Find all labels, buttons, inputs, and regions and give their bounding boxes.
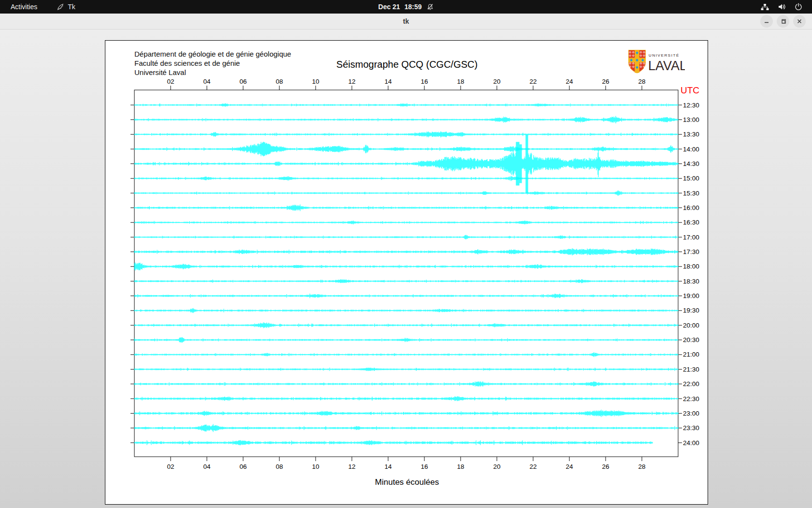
svg-text:14: 14: [384, 78, 392, 85]
svg-text:12:30: 12:30: [683, 102, 699, 109]
plot-border: [134, 90, 678, 457]
trace-row-15:00: [134, 176, 678, 181]
svg-text:04: 04: [203, 463, 211, 470]
svg-text:20: 20: [493, 463, 500, 470]
svg-text:20:00: 20:00: [683, 322, 699, 329]
svg-text:10: 10: [312, 78, 319, 85]
x-axis-bottom: 0204060810121416182022242628: [167, 457, 645, 470]
trace-row-15:30: [134, 191, 678, 196]
svg-text:10: 10: [312, 463, 319, 470]
focused-app-name: Tk: [68, 3, 75, 11]
svg-text:28: 28: [638, 463, 645, 470]
svg-text:23:30: 23:30: [683, 424, 699, 432]
trace-row-22:00: [134, 381, 678, 387]
close-icon: [797, 18, 802, 24]
svg-text:17:00: 17:00: [683, 234, 699, 241]
svg-text:24: 24: [566, 78, 573, 85]
x-axis-top: 0204060810121416182022242628: [167, 78, 645, 90]
seismogram-plot: 0204060810121416182022242628 02040608101…: [105, 41, 709, 505]
svg-text:28: 28: [638, 78, 645, 85]
trace-row-13:00: [134, 116, 678, 123]
utc-axis-right: 12:3013:0013:3014:0014:3015:0015:3016:00…: [678, 102, 699, 447]
svg-text:20: 20: [493, 78, 500, 85]
svg-text:18:30: 18:30: [683, 278, 699, 285]
svg-text:16:30: 16:30: [683, 219, 699, 226]
gnome-top-bar: Activities Tk Dec 21 18:59: [0, 0, 812, 14]
svg-text:19:00: 19:00: [683, 292, 699, 299]
svg-text:26: 26: [602, 78, 609, 85]
svg-text:22: 22: [529, 78, 536, 85]
svg-text:26: 26: [602, 463, 609, 470]
power-icon: [795, 3, 802, 11]
tick-marks-left: [130, 105, 134, 443]
svg-text:13:00: 13:00: [683, 116, 699, 123]
maximize-icon: [780, 18, 786, 24]
seismograph-canvas: Département de géologie et de génie géol…: [105, 40, 708, 505]
svg-text:19:30: 19:30: [683, 307, 699, 314]
svg-text:21:00: 21:00: [683, 351, 699, 358]
svg-text:16: 16: [420, 463, 428, 470]
svg-text:06: 06: [239, 463, 246, 470]
activities-button[interactable]: Activities: [9, 3, 39, 11]
seismogram-traces: [134, 103, 678, 445]
svg-text:18: 18: [457, 78, 464, 85]
trace-row-24:00: [134, 440, 652, 446]
notifications-off-icon: [426, 3, 434, 11]
svg-text:22: 22: [529, 463, 536, 470]
trace-row-16:00: [134, 205, 678, 211]
svg-text:23:00: 23:00: [683, 410, 699, 417]
close-button[interactable]: [793, 15, 806, 28]
trace-row-20:00: [134, 322, 678, 328]
maximize-button[interactable]: [777, 15, 789, 28]
svg-text:12: 12: [348, 78, 355, 85]
svg-text:14: 14: [384, 463, 392, 470]
desktop-background: Département de géologie et de génie géol…: [0, 30, 812, 508]
trace-row-13:30: [134, 131, 678, 137]
trace-row-20:30: [134, 337, 678, 343]
svg-text:12: 12: [348, 463, 355, 470]
svg-text:02: 02: [167, 78, 174, 85]
trace-row-21:30: [134, 368, 678, 371]
svg-text:15:30: 15:30: [683, 190, 699, 197]
svg-text:24:00: 24:00: [683, 439, 699, 447]
clock-date: Dec 21: [378, 3, 400, 11]
svg-text:14:00: 14:00: [683, 146, 699, 153]
svg-text:06: 06: [239, 78, 246, 85]
tk-feather-icon: [57, 3, 64, 11]
window-title: tk: [403, 17, 409, 25]
trace-row-17:30: [134, 248, 678, 255]
network-icon: [760, 3, 769, 11]
svg-text:20:30: 20:30: [683, 336, 699, 344]
trace-row-17:00: [134, 235, 678, 239]
svg-text:13:30: 13:30: [683, 131, 699, 138]
utc-axis-label: UTC: [681, 85, 699, 95]
trace-row-14:00: [134, 142, 678, 156]
minimize-button[interactable]: [760, 15, 773, 28]
trace-row-18:30: [134, 279, 678, 283]
svg-text:14:30: 14:30: [683, 160, 699, 167]
svg-text:16:00: 16:00: [683, 204, 699, 211]
svg-text:18: 18: [457, 463, 464, 470]
trace-row-14:30: [134, 134, 678, 193]
trace-row-23:30: [134, 424, 678, 432]
svg-text:08: 08: [276, 463, 283, 470]
trace-row-12:30: [134, 103, 678, 107]
focused-app-menu[interactable]: Tk: [57, 3, 75, 11]
svg-text:21:30: 21:30: [683, 366, 699, 373]
trace-row-21:00: [134, 352, 678, 357]
trace-row-19:30: [134, 308, 678, 313]
svg-text:08: 08: [276, 78, 283, 85]
trace-row-22:30: [134, 396, 678, 401]
svg-text:04: 04: [203, 78, 211, 85]
system-status-area[interactable]: [760, 0, 802, 14]
trace-row-18:00: [134, 263, 678, 270]
svg-text:22:30: 22:30: [683, 395, 699, 403]
svg-text:18:00: 18:00: [683, 263, 699, 270]
svg-text:16: 16: [420, 78, 428, 85]
volume-icon: [778, 3, 786, 11]
clock-time: 18:59: [405, 3, 422, 11]
trace-row-16:30: [134, 221, 678, 224]
clock-menu[interactable]: Dec 21 18:59: [378, 3, 434, 11]
window-title-bar[interactable]: tk: [0, 14, 812, 30]
minimize-icon: [764, 18, 769, 24]
